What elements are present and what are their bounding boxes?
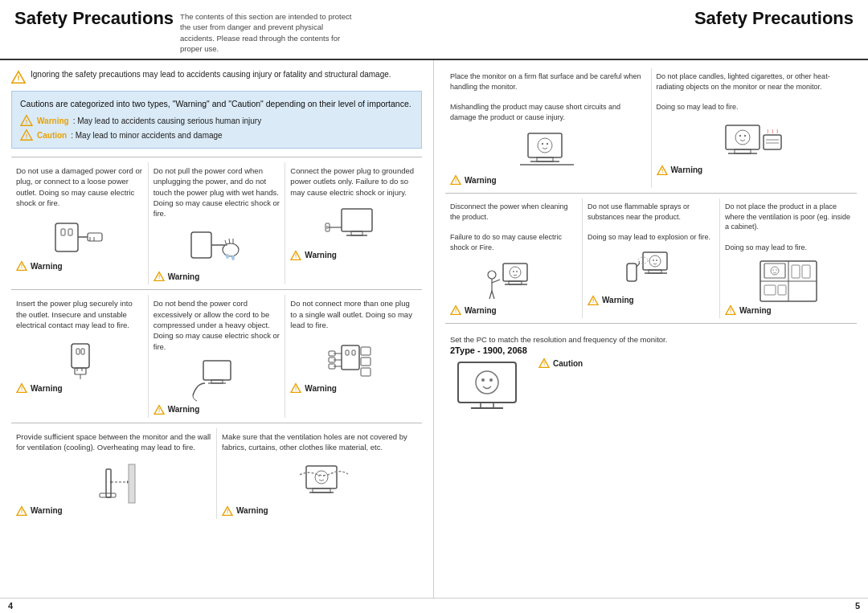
svg-rect-116 bbox=[627, 264, 637, 281]
right-item-1-image bbox=[450, 125, 646, 174]
left-item-4-text: Insert the power plug securely into the … bbox=[16, 298, 143, 330]
main-content: ! Ignoring the safety precautions may le… bbox=[0, 60, 868, 598]
svg-rect-6 bbox=[55, 223, 78, 251]
right-item-4: Do not use flammable sprays or substance… bbox=[583, 198, 720, 318]
intro-text: Ignoring the safety precautions may lead… bbox=[31, 68, 391, 80]
right-item-1: Place the monitor on a firm flat surface… bbox=[445, 68, 652, 188]
svg-point-17 bbox=[223, 243, 239, 256]
right-item-2-text: Do not place candles, lighted cigarettes… bbox=[657, 72, 853, 112]
svg-point-70 bbox=[315, 471, 328, 484]
svg-rect-35 bbox=[81, 349, 84, 354]
left-item-3-image bbox=[290, 201, 417, 249]
right-panel: Place the monitor on a firm flat surface… bbox=[434, 60, 868, 598]
resolution-monitor bbox=[450, 358, 530, 423]
right-item-4-label: ! Warning bbox=[588, 296, 714, 305]
right-item-3-text: Disconnect the power when cleaning the p… bbox=[450, 202, 577, 252]
caution-desc: : May lead to minor accidents and damage bbox=[71, 129, 222, 141]
svg-point-112 bbox=[653, 260, 654, 261]
right-item-5-label: ! Warning bbox=[725, 305, 852, 315]
intro-warning: ! Ignoring the safety precautions may le… bbox=[11, 68, 422, 84]
caution-section: ! Caution bbox=[538, 358, 583, 374]
header-title-right: Safety Precautions bbox=[694, 8, 854, 29]
svg-rect-128 bbox=[802, 265, 810, 278]
left-item-3: Connect the power plug to grounded power… bbox=[285, 162, 422, 284]
left-item-1-image bbox=[16, 211, 143, 260]
svg-rect-86 bbox=[726, 125, 760, 149]
left-item-3-label: ! Warning bbox=[290, 251, 417, 260]
svg-text:!: ! bbox=[455, 178, 457, 183]
svg-rect-129 bbox=[764, 285, 776, 295]
info-box-warning-item: ! Warning : May lead to accidents causin… bbox=[20, 115, 413, 127]
svg-text:!: ! bbox=[158, 275, 160, 280]
svg-rect-137 bbox=[481, 403, 493, 408]
svg-text:!: ! bbox=[592, 298, 594, 304]
page-header: Safety Precautions The contents of this … bbox=[0, 0, 868, 60]
left-item-6-label: ! Warning bbox=[290, 383, 417, 393]
svg-point-136 bbox=[489, 378, 493, 382]
warning-icon-intro: ! bbox=[11, 70, 26, 84]
svg-point-111 bbox=[649, 255, 661, 267]
resolution-text: Set the PC to match the resolution and f… bbox=[450, 335, 857, 344]
resolution-section: Set the PC to match the resolution and f… bbox=[445, 329, 857, 426]
svg-text:!: ! bbox=[21, 509, 23, 514]
svg-point-21 bbox=[226, 254, 229, 259]
left-item-5: Do not bend the power cord excessively o… bbox=[149, 295, 286, 417]
svg-text:!: ! bbox=[295, 253, 297, 259]
svg-rect-15 bbox=[191, 232, 211, 258]
right-item-4-text: Do not use flammable sprays or substance… bbox=[588, 202, 714, 242]
left-item-7-image bbox=[16, 456, 211, 505]
info-box-title: Cautions are categorized into two types,… bbox=[20, 98, 413, 111]
left-section-3: Provide sufficient space between the mon… bbox=[11, 428, 422, 519]
svg-point-135 bbox=[481, 378, 485, 382]
warning-badge: Warning bbox=[37, 115, 69, 127]
left-item-5-label: ! Warning bbox=[154, 405, 280, 415]
svg-rect-47 bbox=[342, 345, 359, 370]
right-item-1-text: Place the monitor on a firm flat surface… bbox=[450, 72, 646, 122]
svg-rect-58 bbox=[361, 368, 371, 376]
header-left: Safety Precautions The contents of this … bbox=[14, 8, 694, 54]
svg-point-80 bbox=[547, 143, 548, 145]
right-item-1-label: ! Warning bbox=[450, 175, 646, 185]
left-section-2: Insert the power plug securely into the … bbox=[11, 295, 422, 417]
svg-rect-7 bbox=[61, 229, 65, 235]
header-title-left: Safety Precautions bbox=[14, 8, 174, 29]
left-item-7-label: ! Warning bbox=[16, 506, 211, 516]
svg-rect-25 bbox=[342, 209, 372, 231]
caution-text: Caution bbox=[553, 359, 583, 368]
svg-text:!: ! bbox=[730, 308, 731, 313]
svg-rect-123 bbox=[764, 264, 785, 278]
svg-line-105 bbox=[492, 280, 500, 283]
svg-text:!: ! bbox=[21, 386, 23, 392]
right-item-3-image bbox=[450, 255, 577, 304]
svg-rect-57 bbox=[361, 358, 371, 366]
svg-rect-8 bbox=[68, 229, 72, 235]
svg-rect-56 bbox=[361, 347, 371, 355]
warning-desc: : May lead to accidents causing serious … bbox=[73, 115, 262, 127]
svg-point-22 bbox=[231, 255, 235, 260]
svg-text:!: ! bbox=[18, 75, 20, 83]
svg-point-98 bbox=[510, 267, 521, 278]
right-item-2: Do not place candles, lighted cigarettes… bbox=[652, 68, 858, 188]
left-item-5-text: Do not bend the power cord excessively o… bbox=[154, 298, 280, 351]
svg-rect-48 bbox=[346, 350, 349, 355]
right-item-5: Do not place the product in a place wher… bbox=[720, 198, 857, 318]
svg-point-126 bbox=[776, 269, 777, 271]
left-item-2: Do not pull the power cord when unpluggi… bbox=[149, 162, 286, 284]
svg-text:!: ! bbox=[661, 168, 662, 174]
svg-rect-36 bbox=[75, 368, 86, 374]
svg-text:!: ! bbox=[227, 509, 228, 514]
caution-label: ! Caution bbox=[538, 358, 583, 368]
left-item-1-label: ! Warning bbox=[16, 261, 143, 271]
svg-rect-130 bbox=[778, 285, 786, 295]
left-item-6: Do not connect more than one plug to a s… bbox=[285, 295, 422, 417]
page-number-right: 5 bbox=[855, 601, 860, 611]
svg-rect-61 bbox=[129, 464, 135, 503]
svg-point-113 bbox=[656, 260, 657, 261]
svg-rect-42 bbox=[203, 361, 231, 380]
divider-3 bbox=[11, 423, 422, 423]
left-item-1-text: Do not use a damaged power cord or plug,… bbox=[16, 166, 143, 208]
resolution-label: 2Type - 1900, 2068 bbox=[450, 345, 857, 355]
divider-2 bbox=[11, 289, 422, 290]
left-item-1: Do not use a damaged power cord or plug,… bbox=[11, 162, 149, 284]
right-item-2-label: ! Warning bbox=[657, 166, 853, 175]
